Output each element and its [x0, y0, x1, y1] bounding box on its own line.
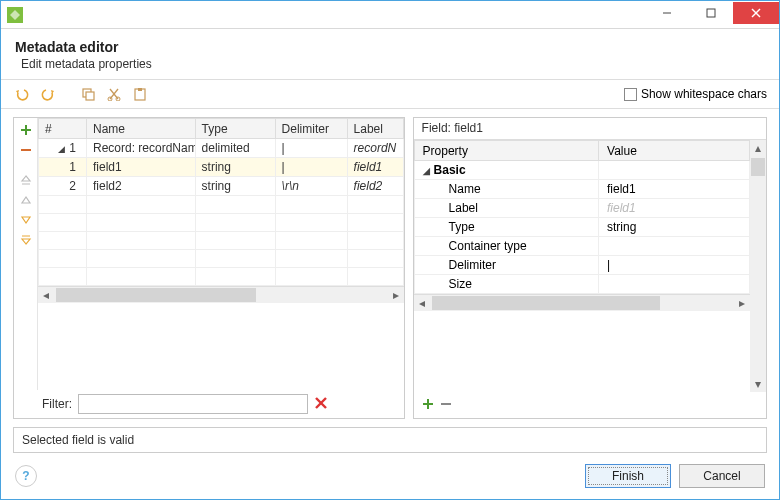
move-down-button[interactable] — [18, 212, 34, 228]
toolbar: Show whitespace chars — [1, 79, 779, 109]
svg-rect-6 — [86, 92, 94, 100]
col-name[interactable]: Name — [87, 119, 196, 139]
table-header-row: # Name Type Delimiter Label — [39, 119, 404, 139]
horizontal-scrollbar[interactable]: ◂ ▸ — [38, 286, 404, 302]
col-delimiter[interactable]: Delimiter — [275, 119, 347, 139]
status-bar: Selected field is valid — [13, 427, 767, 453]
add-field-button[interactable] — [18, 122, 34, 138]
show-whitespace-checkbox[interactable] — [624, 88, 637, 101]
table-row[interactable]: ◢1 Record: recordName1 delimited | recor… — [39, 139, 404, 158]
scroll-right-icon[interactable]: ▸ — [388, 287, 404, 303]
minimize-button[interactable] — [645, 2, 689, 24]
property-row[interactable]: Namefield1 — [414, 180, 749, 199]
scroll-left-icon[interactable]: ◂ — [414, 295, 430, 311]
app-icon — [7, 7, 23, 23]
property-row[interactable]: Typestring — [414, 218, 749, 237]
move-up-button[interactable] — [18, 192, 34, 208]
page-title: Metadata editor — [15, 39, 765, 55]
undo-button[interactable] — [13, 85, 31, 103]
remove-property-button[interactable] — [440, 398, 452, 413]
cancel-button[interactable]: Cancel — [679, 464, 765, 488]
cut-button[interactable] — [105, 85, 123, 103]
property-row[interactable]: Delimiter| — [414, 256, 749, 275]
property-row[interactable]: Container type — [414, 237, 749, 256]
filter-row: Filter: — [14, 390, 404, 418]
svg-rect-2 — [707, 9, 715, 17]
properties-panel: Field: field1 Property Value ◢Basic Name… — [413, 117, 767, 419]
scroll-down-icon[interactable]: ▾ — [750, 376, 766, 392]
horizontal-scrollbar[interactable]: ◂ ▸ — [414, 294, 750, 310]
finish-button[interactable]: Finish — [585, 464, 671, 488]
header: Metadata editor Edit metadata properties — [1, 29, 779, 79]
table-row[interactable]: 2 field2 string \r\n field2 — [39, 177, 404, 196]
move-bottom-button[interactable] — [18, 232, 34, 248]
expand-icon[interactable]: ◢ — [58, 144, 65, 154]
page-subtitle: Edit metadata properties — [21, 57, 765, 71]
copy-button[interactable] — [79, 85, 97, 103]
redo-button[interactable] — [39, 85, 57, 103]
fields-panel: # Name Type Delimiter Label ◢1 Record: r… — [13, 117, 405, 419]
move-top-button[interactable] — [18, 172, 34, 188]
col-value[interactable]: Value — [599, 141, 750, 161]
remove-field-button[interactable] — [18, 142, 34, 158]
fields-table[interactable]: # Name Type Delimiter Label ◢1 Record: r… — [38, 118, 404, 286]
filter-label: Filter: — [42, 397, 72, 411]
expand-icon[interactable]: ◢ — [423, 166, 430, 176]
field-header: Field: field1 — [414, 118, 766, 140]
svg-rect-12 — [138, 88, 142, 91]
col-property[interactable]: Property — [414, 141, 598, 161]
fields-side-toolbar — [14, 118, 38, 390]
status-text: Selected field is valid — [22, 433, 134, 447]
titlebar — [1, 1, 779, 29]
col-num[interactable]: # — [39, 119, 87, 139]
filter-input[interactable] — [78, 394, 308, 414]
clear-filter-button[interactable] — [314, 396, 328, 413]
property-row[interactable]: Labelfield1 — [414, 199, 749, 218]
property-row[interactable]: Size — [414, 275, 749, 294]
close-button[interactable] — [733, 2, 779, 24]
vertical-scrollbar[interactable]: ▴ ▾ — [750, 140, 766, 392]
scroll-right-icon[interactable]: ▸ — [734, 295, 750, 311]
show-whitespace-label: Show whitespace chars — [641, 87, 767, 101]
help-button[interactable]: ? — [15, 465, 37, 487]
footer: ? Finish Cancel — [1, 453, 779, 499]
paste-button[interactable] — [131, 85, 149, 103]
maximize-button[interactable] — [689, 2, 733, 24]
table-row[interactable]: 1 field1 string | field1 — [39, 158, 404, 177]
add-property-button[interactable] — [422, 398, 434, 413]
col-label[interactable]: Label — [347, 119, 403, 139]
scroll-up-icon[interactable]: ▴ — [750, 140, 766, 156]
property-group[interactable]: ◢Basic — [414, 161, 749, 180]
properties-table[interactable]: Property Value ◢Basic Namefield1 Labelfi… — [414, 140, 750, 294]
col-type[interactable]: Type — [195, 119, 275, 139]
scroll-left-icon[interactable]: ◂ — [38, 287, 54, 303]
